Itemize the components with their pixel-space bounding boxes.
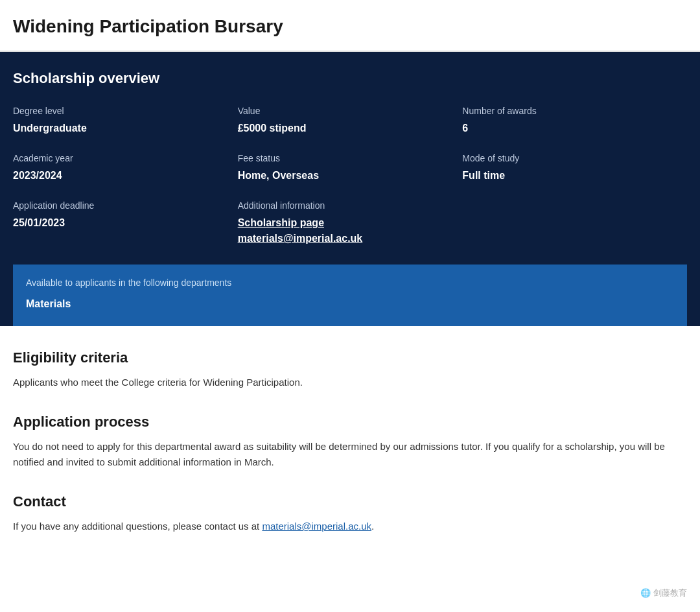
scholarship-page-link[interactable]: Scholarship page [238, 217, 324, 228]
academic-year-cell: Academic year 2023/2024 [13, 152, 238, 199]
app-deadline-label: Application deadline [13, 199, 238, 213]
eligibility-section: Eligibility criteria Applicants who meet… [0, 326, 700, 401]
application-process-section: Application process You do not need to a… [0, 401, 700, 480]
mode-of-study-label: Mode of study [462, 152, 687, 165]
overview-row-3: Application deadline 25/01/2023 Addition… [13, 199, 687, 262]
fee-status-cell: Fee status Home, Overseas [238, 152, 463, 199]
app-deadline-cell: Application deadline 25/01/2023 [13, 199, 238, 262]
academic-year-label: Academic year [13, 152, 238, 165]
eligibility-title: Eligibility criteria [13, 347, 687, 368]
value-cell: Value £5000 stipend [238, 104, 463, 152]
add-info-links: Scholarship page materials@imperial.ac.u… [238, 215, 463, 246]
degree-level-value: Undergraduate [13, 121, 238, 136]
academic-year-value: 2023/2024 [13, 168, 238, 183]
departments-label: Available to applicants in the following… [26, 276, 674, 290]
overview-title: Scholarship overview [13, 67, 687, 89]
contact-title: Contact [13, 491, 687, 512]
application-process-text: You do not need to apply for this depart… [13, 439, 687, 470]
value-value: £5000 stipend [238, 121, 463, 136]
overview-row-1: Degree level Undergraduate Value £5000 s… [13, 104, 687, 152]
contact-text-after: . [371, 521, 374, 532]
contact-email-link[interactable]: materials@imperial.ac.uk [262, 521, 371, 532]
page-title-section: Widening Participation Bursary [0, 0, 700, 52]
num-awards-value: 6 [462, 121, 687, 136]
fee-status-label: Fee status [238, 152, 463, 165]
scholarship-overview-section: Scholarship overview Degree level Underg… [0, 52, 700, 326]
add-info-cell: Additional information Scholarship page … [238, 199, 463, 262]
application-process-title: Application process [13, 411, 687, 432]
degree-level-cell: Degree level Undergraduate [13, 104, 238, 152]
mode-of-study-cell: Mode of study Full time [462, 152, 687, 199]
contact-text-before: If you have any additional questions, pl… [13, 521, 262, 532]
contact-text: If you have any additional questions, pl… [13, 519, 687, 534]
empty-cell [462, 199, 687, 262]
eligibility-text: Applicants who meet the College criteria… [13, 375, 687, 390]
add-info-label: Additional information [238, 199, 463, 213]
num-awards-cell: Number of awards 6 [462, 104, 687, 152]
fee-status-value: Home, Overseas [238, 168, 463, 183]
mode-of-study-value: Full time [462, 168, 687, 183]
page-title: Widening Participation Bursary [13, 13, 687, 40]
departments-box: Available to applicants in the following… [13, 265, 687, 326]
num-awards-label: Number of awards [462, 104, 687, 118]
value-label: Value [238, 104, 463, 118]
contact-section: Contact If you have any additional quest… [0, 480, 700, 560]
overview-row-2: Academic year 2023/2024 Fee status Home,… [13, 152, 687, 199]
degree-level-label: Degree level [13, 104, 238, 118]
departments-value: Materials [26, 296, 674, 312]
app-deadline-value: 25/01/2023 [13, 215, 238, 231]
email-link-overview[interactable]: materials@imperial.ac.uk [238, 233, 363, 244]
